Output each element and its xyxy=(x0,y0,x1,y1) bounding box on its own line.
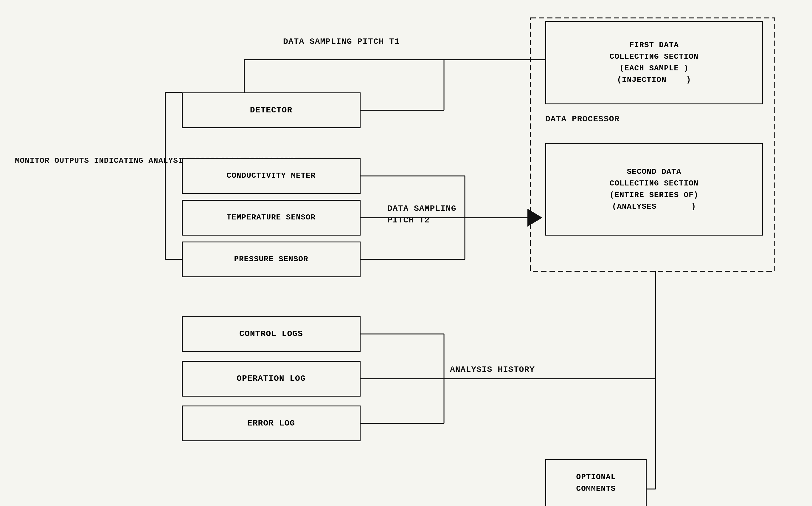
conductivity-meter-box: CONDUCTIVITY METER xyxy=(182,158,361,194)
operation-log-box: OPERATION LOG xyxy=(182,361,361,397)
analysis-history-label: ANALYSIS HISTORY xyxy=(450,364,535,375)
error-log-box: ERROR LOG xyxy=(182,406,361,441)
control-logs-box: CONTROL LOGS xyxy=(182,316,361,352)
optional-comments-box: OPTIONALCOMMENTS xyxy=(545,459,646,506)
data-processor-label: DATA PROCESSOR xyxy=(545,113,619,125)
diagram: MONITOR OUTPUTS INDICATING ANALYSIS-ASSO… xyxy=(0,0,812,506)
first-data-box: FIRST DATACOLLECTING SECTION(EACH SAMPLE… xyxy=(545,21,763,104)
svg-marker-16 xyxy=(527,209,542,227)
temperature-sensor-box: TEMPERATURE SENSOR xyxy=(182,200,361,236)
second-data-box: SECOND DATACOLLECTING SECTION(ENTIRE SER… xyxy=(545,143,763,236)
data-sampling-t2-label: DATA SAMPLINGPITCH T2 xyxy=(387,203,456,226)
data-sampling-t1-label: DATA SAMPLING PITCH T1 xyxy=(283,36,400,48)
detector-box: DETECTOR xyxy=(182,92,361,128)
pressure-sensor-box: PRESSURE SENSOR xyxy=(182,242,361,277)
